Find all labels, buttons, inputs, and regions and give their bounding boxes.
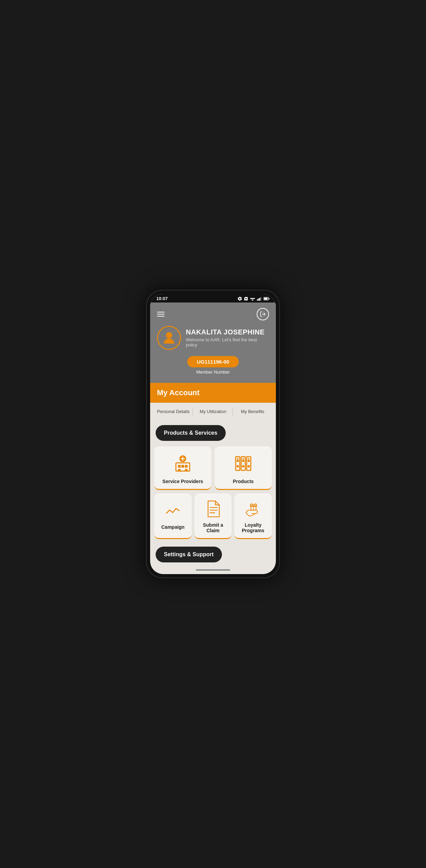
svg-rect-5: [259, 298, 260, 300]
status-time: 10:07: [156, 296, 168, 301]
tab-my-utilization[interactable]: My Utilization: [193, 408, 233, 415]
tabs-row: Personal Details My Utilization My Benef…: [150, 403, 276, 420]
svg-rect-8: [264, 298, 268, 300]
user-subtitle: Welcome to AAR, Let's find the best poli…: [186, 337, 269, 347]
products-label: Products: [233, 479, 254, 484]
notch: [203, 294, 223, 300]
phone-frame: 10:07: [146, 290, 280, 578]
campaign-icon: [165, 504, 181, 521]
hamburger-menu-button[interactable]: [157, 312, 165, 317]
profile-section: NAKALITA JOSEPHINE Welcome to AAR, Let's…: [150, 302, 276, 383]
svg-rect-17: [185, 469, 188, 471]
svg-point-24: [237, 466, 238, 467]
logout-button[interactable]: [257, 308, 269, 320]
svg-rect-13: [178, 465, 181, 468]
my-account-header: My Account: [150, 383, 276, 403]
status-icons: [237, 296, 270, 301]
svg-point-31: [248, 460, 249, 461]
member-number-badge: UG111196-00: [187, 356, 239, 367]
tab-personal-details[interactable]: Personal Details: [154, 408, 193, 415]
profile-info: NAKALITA JOSEPHINE Welcome to AAR, Let's…: [157, 326, 269, 350]
products-icon: [233, 453, 254, 475]
svg-rect-9: [269, 298, 269, 299]
loyalty-programs-label: LoyaltyPrograms: [242, 522, 264, 533]
svg-point-28: [243, 466, 244, 467]
svg-rect-38: [250, 505, 256, 506]
service-providers-card[interactable]: Service Providers: [154, 446, 211, 490]
submit-claim-card[interactable]: Submit aClaim: [194, 493, 232, 539]
user-text: NAKALITA JOSEPHINE Welcome to AAR, Let's…: [186, 328, 269, 347]
svg-rect-14: [181, 465, 184, 468]
battery-icon: [264, 297, 270, 301]
svg-point-27: [243, 460, 244, 461]
signal-icon: [257, 297, 262, 301]
cards-grid: Service Providers: [150, 444, 276, 545]
cards-row-2: Campaign: [154, 493, 272, 539]
loyalty-programs-card[interactable]: LoyaltyPrograms: [234, 493, 272, 539]
svg-rect-4: [258, 298, 259, 300]
phone-screen: 10:07: [150, 294, 276, 574]
campaign-label: Campaign: [161, 524, 184, 530]
service-providers-label: Service Providers: [162, 479, 203, 484]
avatar: [157, 326, 181, 350]
svg-point-11: [166, 332, 172, 338]
svg-rect-6: [261, 297, 262, 301]
loyalty-programs-icon: [245, 500, 262, 519]
products-card[interactable]: Products: [215, 446, 272, 490]
header-row: [157, 308, 269, 320]
screen-content[interactable]: NAKALITA JOSEPHINE Welcome to AAR, Let's…: [150, 302, 276, 567]
submit-claim-icon: [205, 500, 221, 519]
svg-rect-16: [178, 469, 181, 471]
wifi-icon: [250, 297, 255, 301]
svg-point-32: [248, 466, 249, 467]
svg-point-23: [237, 460, 238, 461]
home-bar: [196, 569, 230, 571]
svg-rect-3: [257, 299, 258, 300]
my-account-title: My Account: [157, 388, 200, 397]
service-providers-icon: [172, 453, 193, 475]
settings-support-button[interactable]: Settings & Support: [156, 547, 222, 562]
cards-row-1: Service Providers: [154, 446, 272, 490]
submit-claim-label: Submit aClaim: [203, 522, 223, 533]
svg-rect-15: [185, 465, 188, 468]
member-label: Member Number: [157, 369, 269, 375]
settings-icon: [237, 296, 242, 301]
svg-marker-2: [251, 299, 254, 300]
campaign-card[interactable]: Campaign: [154, 493, 192, 539]
products-services-button[interactable]: Products & Services: [156, 425, 226, 441]
user-name: NAKALITA JOSEPHINE: [186, 328, 269, 336]
tab-my-benefits[interactable]: My Benefits: [233, 408, 272, 415]
member-number-area: UG111196-00 Member Number: [157, 356, 269, 375]
sim-icon: [244, 296, 248, 301]
home-indicator: [150, 567, 276, 574]
